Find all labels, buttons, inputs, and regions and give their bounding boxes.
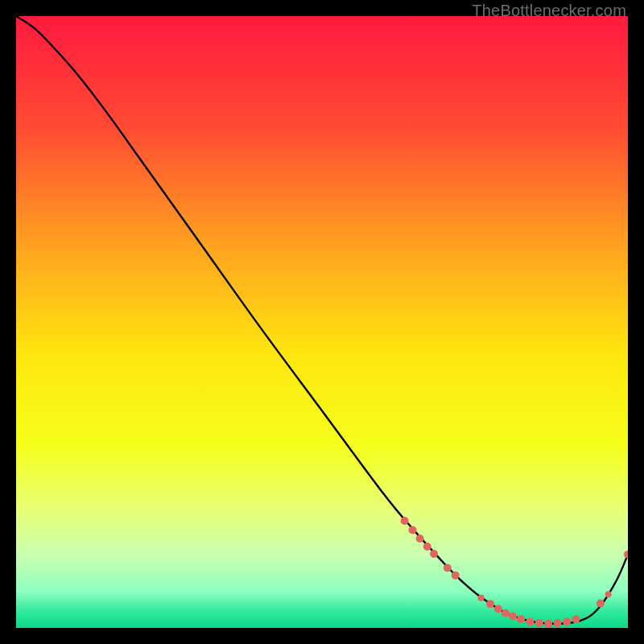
- chart-frame: TheBottlenecker.com: [0, 0, 644, 644]
- data-marker: [416, 535, 424, 543]
- data-marker: [502, 609, 510, 617]
- data-marker: [408, 526, 416, 534]
- plot-background: [16, 16, 628, 628]
- data-marker: [554, 619, 562, 627]
- bottleneck-chart: [16, 16, 628, 628]
- data-marker: [509, 613, 517, 621]
- data-marker: [444, 564, 452, 572]
- data-marker: [517, 615, 525, 623]
- data-marker: [423, 543, 431, 551]
- data-marker: [452, 572, 460, 580]
- data-marker: [563, 617, 571, 625]
- data-marker: [572, 615, 580, 623]
- data-marker: [535, 619, 543, 627]
- data-marker: [605, 591, 612, 597]
- data-marker: [486, 600, 494, 608]
- data-marker: [544, 620, 552, 628]
- data-marker: [494, 605, 502, 613]
- data-marker: [526, 617, 534, 625]
- data-marker: [478, 595, 485, 601]
- data-marker: [597, 600, 605, 608]
- data-marker: [430, 550, 438, 558]
- data-marker: [401, 517, 409, 525]
